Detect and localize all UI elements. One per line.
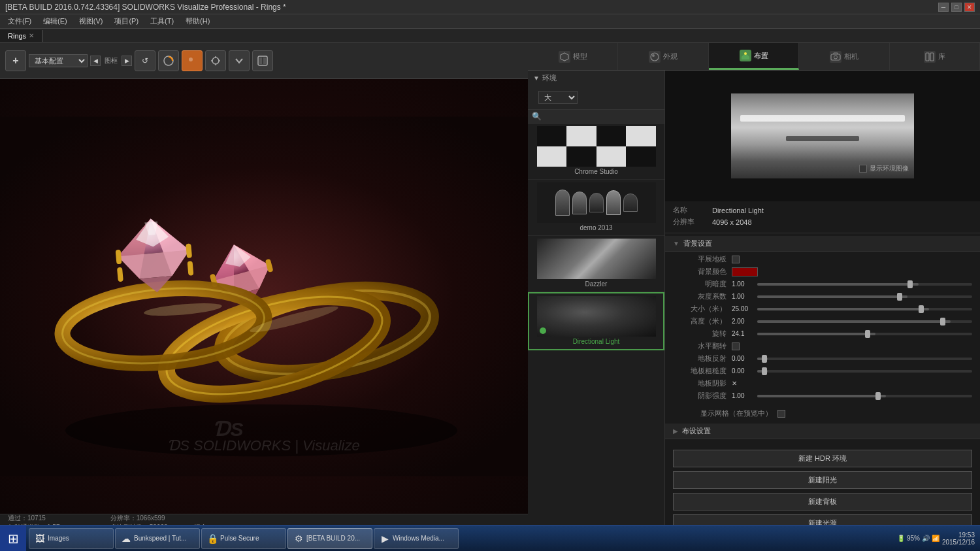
new-hdr-btn[interactable]: 新建 HDR 环境 [673, 450, 972, 467]
rotation-row: 旋转 24.1 [673, 329, 972, 339]
menu-file[interactable]: 文件(F) [3, 15, 37, 27]
properties-panel: 显示环境图像 名称 Directional Light 分辨率 4096 x 2… [665, 71, 980, 540]
rotate-btn[interactable] [158, 50, 179, 71]
layout-section-header[interactable]: ▶ 布设设置 [665, 424, 980, 439]
taskbar-item-bunkspeed[interactable]: ☁ Bunkspeed | Tut... [115, 528, 200, 549]
gamma-track[interactable] [757, 295, 972, 298]
add-button[interactable]: + [5, 50, 26, 71]
layout-section: ▶ 布设设置 [665, 424, 980, 439]
env-item-directional-light[interactable]: Directional Light [528, 292, 664, 350]
gamma-thumb[interactable] [897, 293, 902, 301]
floor-rough-thumb[interactable] [762, 367, 767, 375]
new-backplate-btn[interactable]: 新建背板 [673, 493, 972, 510]
show-bg-checkbox[interactable] [859, 165, 867, 173]
tab-model-label: 模型 [573, 52, 587, 61]
env-item-demo-2013[interactable]: demo 2013 [528, 180, 664, 236]
brightness-label: 明暗度 [673, 279, 732, 289]
new-sun-btn[interactable]: 新建阳光 [673, 471, 972, 489]
env-list-panel: ▼ 环境 大 中 小 🔍 [528, 71, 665, 540]
height-track[interactable] [757, 320, 972, 323]
taskbar-item-pulse[interactable]: 🔒 Pulse Secure [201, 528, 286, 549]
transform-btn[interactable] [205, 50, 226, 71]
menu-view[interactable]: 视图(V) [74, 15, 108, 27]
shadow-intensity-track[interactable] [757, 395, 972, 397]
viewport-canvas[interactable]: ƊS SOLIDWORKS | Visualize ƊS [0, 79, 528, 514]
tray-time: 19:53 [942, 531, 975, 539]
menu-project[interactable]: 项目(P) [109, 15, 144, 27]
shadow-intensity-row: 阴影强度 1.00 [673, 391, 972, 401]
env-item-dazzler[interactable]: Dazzler [528, 236, 664, 292]
show-grid-checkbox[interactable] [777, 410, 785, 418]
chrome-cell-6 [566, 146, 596, 167]
floor-rough-label: 地板粗糙度 [673, 366, 732, 376]
tab-rings-close[interactable]: ✕ [29, 32, 34, 39]
menu-tools[interactable]: 工具(T) [145, 15, 179, 27]
down-btn[interactable] [229, 50, 250, 71]
floor-reflect-row: 地板反射 0.00 [673, 354, 972, 363]
show-grid-row: 显示网格（在预览中） [665, 406, 980, 421]
size-thumb[interactable] [919, 305, 924, 313]
gamma-control: 1.00 [732, 293, 972, 300]
chrome-cell-8 [626, 146, 656, 167]
render-btn[interactable] [252, 50, 273, 71]
show-bg-checkbox-container: 显示环境图像 [859, 164, 909, 173]
floor-reflect-track[interactable] [757, 358, 972, 360]
bg-section-label: 背景设置 [683, 239, 712, 248]
start-button[interactable]: ⊞ [0, 526, 26, 552]
collapse-arrow[interactable]: ▼ [533, 75, 540, 82]
svg-rect-46 [831, 54, 840, 60]
tab-appearance[interactable]: 外观 [618, 43, 708, 70]
floor-rough-track[interactable] [757, 370, 972, 373]
search-icon: 🔍 [528, 112, 546, 121]
preset-select[interactable]: 基本配置 [29, 54, 88, 67]
flat-floor-checkbox[interactable] [732, 256, 740, 263]
taskbar-item-media[interactable]: ▶ Windows Media... [374, 528, 459, 549]
nav-prev[interactable]: ◀ [90, 56, 101, 66]
tray-network-icon: 📶 [932, 535, 939, 542]
dazzler-label: Dazzler [531, 279, 662, 289]
material-btn[interactable] [182, 50, 203, 71]
minimize-button[interactable]: ─ [938, 3, 949, 12]
tab-library[interactable]: 库 [890, 43, 980, 70]
name-value: Directional Light [712, 207, 764, 214]
close-button[interactable]: ✕ [964, 3, 975, 12]
tab-environment[interactable]: 布置 [709, 43, 799, 70]
height-thumb[interactable] [940, 318, 945, 326]
floor-reflect-thumb[interactable] [762, 355, 767, 363]
menu-edit[interactable]: 编辑(E) [38, 15, 73, 27]
demo-arch-2 [572, 192, 587, 214]
brightness-track[interactable] [757, 283, 972, 286]
floor-shadow-x[interactable]: ✕ [732, 380, 737, 387]
size-label: 大小（米） [673, 304, 732, 314]
search-input[interactable] [546, 110, 664, 123]
background-section-header[interactable]: ▼ 背景设置 [665, 236, 980, 252]
tab-appearance-label: 外观 [663, 52, 678, 61]
tab-camera[interactable]: 相机 [799, 43, 889, 70]
taskbar-item-beta[interactable]: ⚙ [BETA BUILD 20... [287, 528, 372, 549]
beta-icon: ⚙ [293, 533, 304, 544]
show-grid-control [777, 410, 972, 418]
titlebar-title: [BETA BUILD 2016.0.742.43364] SOLIDWORKS… [5, 3, 286, 12]
taskbar-item-images[interactable]: 🖼 Images [29, 528, 114, 549]
refresh-btn[interactable]: ↺ [135, 50, 155, 71]
rotation-track[interactable] [757, 333, 972, 335]
size-track[interactable] [757, 308, 972, 310]
titlebar-controls: ─ □ ✕ [938, 3, 975, 12]
maximize-button[interactable]: □ [951, 3, 962, 12]
env-item-chrome-studio[interactable]: Chrome Studio [528, 124, 664, 180]
name-row: 名称 Directional Light [673, 205, 972, 215]
model-icon [559, 51, 570, 63]
rotation-thumb[interactable] [865, 330, 870, 338]
tab-model[interactable]: 模型 [528, 43, 618, 70]
directional-light-label: Directional Light [532, 337, 661, 346]
hflip-checkbox[interactable] [732, 342, 740, 350]
tab-camera-label: 相机 [844, 52, 858, 61]
menu-help[interactable]: 帮助(H) [180, 15, 215, 27]
tray-battery-icon: 🔋 [897, 535, 905, 542]
tab-rings[interactable]: Rings ✕ [0, 30, 42, 42]
shadow-intensity-thumb[interactable] [875, 392, 881, 400]
nav-next[interactable]: ▶ [122, 56, 132, 66]
size-select[interactable]: 大 中 小 [538, 91, 578, 104]
brightness-thumb[interactable] [907, 280, 913, 288]
bg-color-swatch[interactable] [732, 267, 758, 276]
